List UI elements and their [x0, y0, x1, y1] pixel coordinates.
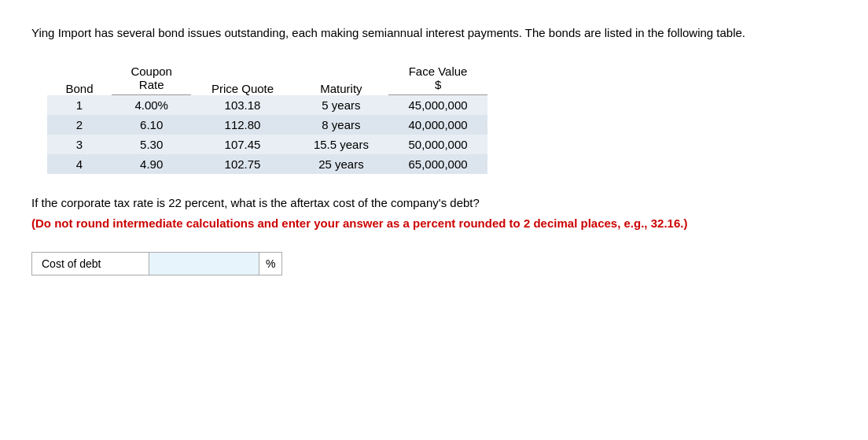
maturity: 5 years	[294, 95, 388, 116]
header-coupon-line1: Coupon	[112, 61, 191, 78]
header-face-value-dollar: $	[388, 78, 487, 95]
coupon-rate: 4.90	[112, 154, 191, 174]
header-face-value-line1: Face Value	[388, 61, 487, 78]
cost-of-debt-label: Cost of debt	[31, 252, 149, 275]
bond-table: Bond Coupon Price Quote Maturity Face Va…	[47, 61, 487, 174]
cost-of-debt-input[interactable]	[149, 252, 259, 275]
bond-number: 4	[47, 154, 112, 174]
maturity: 8 years	[294, 115, 388, 135]
price-quote: 103.18	[191, 95, 293, 116]
coupon-rate: 4.00%	[112, 95, 191, 116]
face-value: 40,000,000	[388, 115, 487, 135]
face-value: 45,000,000	[388, 95, 487, 116]
question-text-part1: If the corporate tax rate is 22 percent,…	[31, 196, 480, 209]
bond-number: 2	[47, 115, 112, 135]
coupon-rate: 6.10	[112, 115, 191, 135]
answer-row: Cost of debt %	[31, 252, 837, 275]
header-coupon-rate: Rate	[112, 78, 191, 95]
table-row: 1 4.00% 103.18 5 years 45,000,000	[47, 95, 487, 116]
question-text-bold: (Do not round intermediate calculations …	[31, 216, 687, 230]
maturity: 25 years	[294, 154, 388, 174]
price-quote: 112.80	[191, 115, 293, 135]
face-value: 65,000,000	[388, 154, 487, 174]
price-quote: 102.75	[191, 154, 293, 174]
question-text: If the corporate tax rate is 22 percent,…	[31, 193, 837, 233]
maturity: 15.5 years	[294, 135, 388, 154]
header-bond: Bond	[47, 61, 112, 95]
table-row: 2 6.10 112.80 8 years 40,000,000	[47, 115, 487, 135]
header-price-quote: Price Quote	[191, 61, 293, 95]
header-maturity: Maturity	[294, 61, 388, 95]
bond-number: 3	[47, 135, 112, 154]
table-row: 3 5.30 107.45 15.5 years 50,000,000	[47, 135, 487, 154]
bond-number: 1	[47, 95, 112, 116]
bond-table-container: Bond Coupon Price Quote Maturity Face Va…	[47, 61, 837, 174]
intro-text: Ying Import has several bond issues outs…	[31, 24, 837, 43]
face-value: 50,000,000	[388, 135, 487, 154]
coupon-rate: 5.30	[112, 135, 191, 154]
price-quote: 107.45	[191, 135, 293, 154]
table-row: 4 4.90 102.75 25 years 65,000,000	[47, 154, 487, 174]
percent-symbol: %	[259, 252, 282, 275]
